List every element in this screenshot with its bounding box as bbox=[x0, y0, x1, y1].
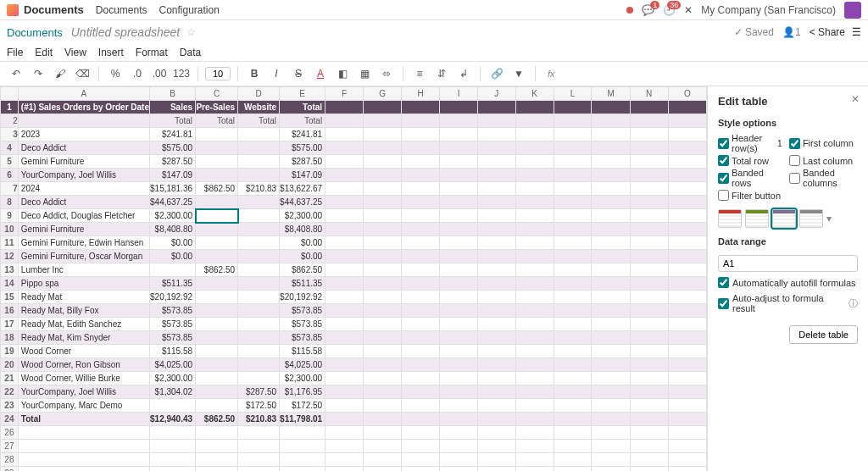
row-header[interactable]: 12 bbox=[1, 250, 19, 263]
menu-edit[interactable]: Edit bbox=[35, 47, 53, 58]
cell[interactable] bbox=[150, 399, 196, 413]
cell[interactable]: $147.09 bbox=[280, 169, 326, 182]
autofill-checkbox[interactable]: Automatically autofill formulas bbox=[718, 277, 858, 288]
cell[interactable] bbox=[238, 318, 280, 331]
row-header[interactable]: 26 bbox=[1, 426, 19, 440]
cell[interactable]: $2,300.00 bbox=[280, 209, 326, 223]
cell[interactable]: $44,637.25 bbox=[280, 196, 326, 209]
cell[interactable]: Gemini Furniture bbox=[18, 223, 149, 236]
data-range-input[interactable] bbox=[718, 255, 858, 272]
column-header-d[interactable]: D bbox=[238, 87, 280, 101]
column-header-i[interactable]: I bbox=[440, 87, 478, 101]
cell[interactable]: Deco Addict bbox=[18, 141, 149, 155]
cell[interactable] bbox=[238, 250, 280, 263]
cell[interactable]: 2024 bbox=[18, 182, 149, 196]
autoadjust-checkbox[interactable]: Auto-adjust to formula result ⓘ bbox=[718, 293, 858, 313]
cell[interactable]: $172.50 bbox=[238, 399, 280, 413]
cell[interactable]: $20,192.92 bbox=[150, 291, 196, 304]
row-header[interactable]: 10 bbox=[1, 223, 19, 236]
wrap-icon[interactable]: ↲ bbox=[454, 64, 473, 83]
menu-format[interactable]: Format bbox=[136, 47, 168, 58]
cell[interactable]: $15,181.36 bbox=[150, 182, 196, 196]
cell[interactable]: $1,176.95 bbox=[280, 385, 326, 399]
select-all-corner[interactable] bbox=[1, 87, 19, 101]
cell[interactable] bbox=[238, 358, 280, 372]
cell[interactable] bbox=[196, 223, 238, 236]
cell[interactable] bbox=[196, 291, 238, 304]
cell[interactable] bbox=[238, 196, 280, 209]
row-header[interactable]: 24 bbox=[1, 413, 19, 426]
cell[interactable]: $13,622.67 bbox=[280, 182, 326, 196]
cell[interactable] bbox=[196, 277, 238, 291]
table-header-cell[interactable]: Total bbox=[280, 101, 326, 114]
delete-table-button[interactable]: Delete table bbox=[789, 325, 858, 344]
column-header-b[interactable]: B bbox=[150, 87, 196, 101]
row-header[interactable]: 6 bbox=[1, 169, 19, 182]
cell[interactable]: Gemini Furniture bbox=[18, 155, 149, 169]
row-header[interactable]: 9 bbox=[1, 209, 19, 223]
row-header[interactable]: 4 bbox=[1, 141, 19, 155]
cell[interactable]: $241.81 bbox=[150, 128, 196, 141]
column-header-a[interactable]: A bbox=[18, 87, 149, 101]
cell[interactable] bbox=[196, 169, 238, 182]
valign-icon[interactable]: ⇵ bbox=[432, 64, 451, 83]
italic-icon[interactable]: I bbox=[267, 64, 286, 83]
cell[interactable]: $12,940.43 bbox=[150, 413, 196, 426]
merge-icon[interactable]: ⬄ bbox=[377, 64, 396, 83]
percent-format[interactable]: % bbox=[106, 64, 125, 83]
style-option[interactable]: Banded rows bbox=[718, 168, 782, 188]
cell[interactable]: $2,300.00 bbox=[150, 209, 196, 223]
column-header-c[interactable]: C bbox=[196, 87, 238, 101]
cell[interactable] bbox=[238, 141, 280, 155]
activity-icon[interactable]: 🕘36 bbox=[663, 4, 676, 16]
table-subheader-cell[interactable]: Total bbox=[150, 114, 196, 128]
row-header[interactable]: 3 bbox=[1, 128, 19, 141]
table-header-cell[interactable]: (#1) Sales Orders by Order Date bbox=[18, 101, 149, 114]
cell[interactable] bbox=[238, 277, 280, 291]
cell[interactable]: Deco Addict bbox=[18, 196, 149, 209]
cell[interactable] bbox=[238, 372, 280, 385]
cell[interactable]: $241.81 bbox=[280, 128, 326, 141]
text-color-icon[interactable]: A bbox=[311, 64, 330, 83]
table-subheader-cell[interactable] bbox=[18, 114, 149, 128]
cell[interactable]: $8,408.80 bbox=[150, 223, 196, 236]
table-header-cell[interactable]: Website bbox=[238, 101, 280, 114]
cell[interactable] bbox=[238, 291, 280, 304]
style-option[interactable]: Total row bbox=[718, 155, 782, 166]
row-header[interactable]: 8 bbox=[1, 196, 19, 209]
cell[interactable] bbox=[238, 128, 280, 141]
cell[interactable]: Wood Corner bbox=[18, 345, 149, 358]
cell[interactable]: Ready Mat bbox=[18, 291, 149, 304]
cell[interactable] bbox=[196, 304, 238, 318]
font-size-input[interactable] bbox=[205, 67, 231, 80]
cell[interactable] bbox=[196, 318, 238, 331]
table-header-cell[interactable]: Pre-Sales bbox=[196, 101, 238, 114]
cell[interactable]: Ready Mat, Billy Fox bbox=[18, 304, 149, 318]
cell[interactable]: Pippo spa bbox=[18, 277, 149, 291]
undo-icon[interactable]: ↶ bbox=[7, 64, 25, 83]
cell[interactable]: Ready Mat, Kim Snyder bbox=[18, 331, 149, 345]
clear-format-icon[interactable]: ⌫ bbox=[73, 64, 92, 83]
row-header[interactable]: 29 bbox=[1, 467, 19, 472]
cell[interactable]: $210.83 bbox=[238, 413, 280, 426]
column-header-k[interactable]: K bbox=[515, 87, 554, 101]
row-header[interactable]: 17 bbox=[1, 318, 19, 331]
favorite-star-icon[interactable]: ☆ bbox=[186, 26, 196, 38]
cell[interactable] bbox=[238, 236, 280, 250]
cell[interactable] bbox=[196, 345, 238, 358]
cell[interactable] bbox=[196, 250, 238, 263]
table-subheader-cell[interactable]: Total bbox=[196, 114, 238, 128]
bold-icon[interactable]: B bbox=[245, 64, 264, 83]
cell[interactable]: $575.00 bbox=[150, 141, 196, 155]
cell[interactable]: Wood Corner, Willie Burke bbox=[18, 372, 149, 385]
cell[interactable]: $573.85 bbox=[150, 331, 196, 345]
share-button[interactable]: < Share bbox=[810, 26, 845, 38]
close-panel-icon[interactable]: ✕ bbox=[851, 93, 860, 105]
strike-icon[interactable]: S bbox=[289, 64, 308, 83]
cell[interactable]: YourCompany, Marc Demo bbox=[18, 399, 149, 413]
column-header-m[interactable]: M bbox=[592, 87, 630, 101]
cell[interactable]: YourCompany, Joel Willis bbox=[18, 169, 149, 182]
table-style-swatch[interactable] bbox=[745, 209, 769, 228]
row-header[interactable]: 11 bbox=[1, 236, 19, 250]
cell[interactable] bbox=[150, 263, 196, 277]
